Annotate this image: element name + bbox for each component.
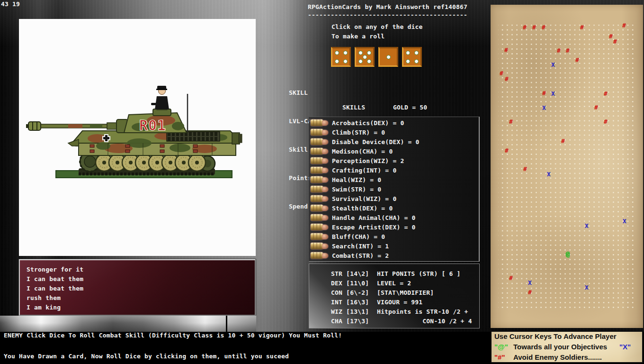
- card-line: Stronger for it: [27, 265, 255, 274]
- skill-label: Survival(WIZ) = 0: [332, 195, 396, 202]
- skill-row[interactable]: Acrobatics(DEX) = 0: [309, 118, 479, 127]
- gold-counter: GOLD = 50: [393, 104, 427, 111]
- title-divider: ----------------------------------------…: [308, 11, 467, 18]
- skill-label: Acrobatics(DEX) = 0: [332, 119, 404, 127]
- skill-row[interactable]: Combat(STR) = 2: [309, 251, 479, 260]
- enemy-marker: #: [542, 90, 546, 96]
- legend-line1: Use Cursor Keys To Advance Player: [494, 332, 617, 340]
- enemy-marker: #: [505, 76, 509, 82]
- stat-info: HIT PONITS (STR) [ 6 ]: [377, 269, 461, 279]
- die-pip: [406, 59, 410, 64]
- skill-row[interactable]: Search(INT) = 1: [309, 241, 479, 251]
- die-pip: [335, 59, 339, 64]
- skills-panel: Acrobatics(DEX) = 0 Climb(STR) = 0 Disab…: [309, 117, 480, 262]
- legend-line3: Avoid Enemy Soldiers.......: [513, 353, 602, 361]
- stat-info: VIGOUR = 991: [377, 298, 422, 307]
- enemy-marker: #: [613, 38, 617, 45]
- muzzle-brake: [28, 122, 41, 130]
- skill-row[interactable]: Disable Device(DEX) = 0: [309, 137, 479, 146]
- die-pip: [358, 59, 363, 64]
- enemy-marker: #: [528, 289, 532, 295]
- skill-row[interactable]: Climb(STR) = 0: [309, 127, 479, 137]
- enemy-marker: #: [622, 22, 626, 28]
- skill-label: Stealth(DEX) = 0: [332, 205, 393, 212]
- objective-marker: X: [551, 62, 555, 68]
- enemy-marker: #: [500, 70, 503, 76]
- stat-value: STR [14\2]: [331, 269, 377, 279]
- skill-row[interactable]: Bluff(CHA) = 0: [309, 232, 479, 241]
- skill-label: Swim(STR) = 0: [332, 186, 381, 193]
- skill-points-line: SKILL: [289, 88, 323, 98]
- enemy-marker: #: [561, 138, 565, 144]
- tank-commander: [151, 86, 169, 109]
- bullet-icon: [311, 195, 329, 202]
- objective-marker: X: [528, 280, 532, 286]
- stat-value: CON [6\-2]: [331, 288, 377, 298]
- enemy-marker: #: [542, 24, 546, 30]
- die-1[interactable]: [331, 47, 351, 67]
- enemy-marker: #: [604, 118, 608, 125]
- die-pip: [414, 59, 419, 64]
- map-panel: #######################XXXXXXXX@: [491, 5, 643, 328]
- bullet-icon: [311, 252, 329, 259]
- skill-label: Perception(WIZ) = 2: [332, 157, 404, 164]
- skill-label: Crafting(INT) = 0: [332, 167, 396, 174]
- objective-marker: X: [623, 218, 626, 224]
- legend-objective-glyph: "X": [619, 343, 631, 351]
- skill-label: Handle Animal(CHA) = 0: [332, 214, 416, 221]
- status-message-primary: ENEMY Click Dice To Roll Combat Skill (D…: [4, 332, 342, 339]
- objective-marker: X: [542, 105, 546, 111]
- enemy-marker: #: [504, 47, 508, 53]
- die-4[interactable]: [402, 47, 422, 67]
- die-pip: [363, 55, 367, 59]
- bullet-icon: [311, 157, 329, 164]
- skill-label: Heal(WIZ) = 0: [332, 176, 381, 183]
- bullet-icon: [311, 119, 329, 126]
- card-line: I can beat them: [27, 284, 255, 293]
- die-3[interactable]: [378, 47, 398, 67]
- dice-instruction-line2: To make a roll: [331, 33, 385, 40]
- enemy-marker: #: [505, 147, 509, 154]
- die-2[interactable]: [355, 47, 375, 67]
- skill-row[interactable]: Perception(WIZ) = 2: [309, 156, 479, 165]
- card-line: I am king: [27, 303, 255, 312]
- skill-row[interactable]: Escape Artist(DEX) = 0: [309, 222, 479, 232]
- stat-info: LEVEL = 2: [377, 279, 411, 288]
- game-window: 43 19: [0, 0, 644, 364]
- bullet-icon: [311, 233, 329, 240]
- app-title: RPGActionCards by Mark Ainsworth ref1408…: [308, 3, 467, 10]
- skill-row[interactable]: Stealth(DEX) = 0: [309, 203, 479, 213]
- die-pip: [343, 51, 348, 55]
- enemy-marker: #: [566, 47, 570, 54]
- status-message-secondary: You Have Drawn a Card, Now Roll Dice by …: [4, 353, 289, 360]
- skill-label: Medison(CHA) = 0: [332, 148, 393, 155]
- enemy-marker: #: [594, 104, 598, 110]
- enemy-marker: #: [509, 118, 513, 125]
- skill-row[interactable]: Handle Animal(CHA) = 0: [309, 213, 479, 222]
- enemy-marker: #: [509, 275, 513, 281]
- legend-line2: Towards all your Objectives: [513, 343, 607, 351]
- stats-panel: STR [14\2]HIT PONITS (STR) [ 6 ] DEX [11…: [309, 264, 480, 328]
- skill-label: Search(INT) = 1: [332, 243, 389, 250]
- skill-label: Disable Device(DEX) = 0: [332, 138, 420, 146]
- skill-row[interactable]: Swim(STR) = 0: [309, 184, 479, 194]
- skill-row[interactable]: Heal(WIZ) = 0: [309, 175, 479, 184]
- bullet-icon: [311, 243, 329, 249]
- stat-value: INT [16\3]: [331, 298, 377, 307]
- die-pip: [367, 51, 371, 55]
- die-pip: [414, 51, 419, 55]
- skill-row[interactable]: Medison(CHA) = 0: [309, 146, 479, 156]
- stat-value: DEX [11\0]: [331, 279, 377, 288]
- stat-value: CHA [17\3]: [331, 317, 377, 326]
- bullet-icon: [311, 205, 329, 211]
- skill-row[interactable]: Crafting(INT) = 0: [309, 165, 479, 175]
- tank-illustration: R01: [19, 19, 256, 256]
- road-wheels: [96, 154, 206, 171]
- die-pip: [406, 51, 410, 55]
- vertical-divider-line: [226, 316, 227, 332]
- skill-row[interactable]: Survival(WIZ) = 0: [309, 194, 479, 203]
- map-symbol-layer: #######################XXXXXXXX@: [491, 5, 643, 328]
- bullet-icon: [311, 138, 329, 145]
- bullet-icon: [311, 148, 329, 155]
- skill-label: Climb(STR) = 0: [332, 129, 385, 136]
